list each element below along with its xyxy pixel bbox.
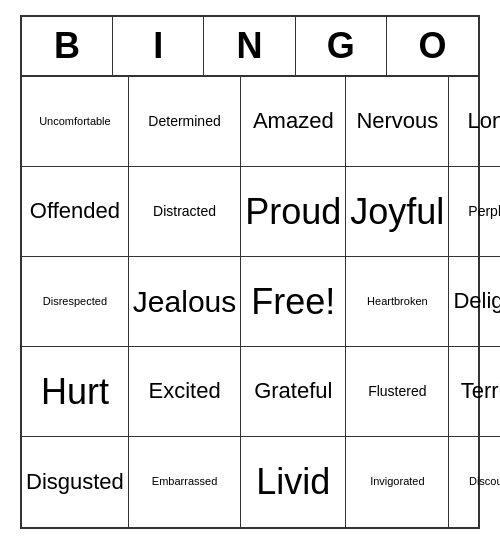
bingo-cell-23[interactable]: Invigorated <box>346 437 449 527</box>
bingo-cell-19[interactable]: Terrified <box>449 347 500 437</box>
bingo-cell-5[interactable]: Offended <box>22 167 129 257</box>
bingo-cell-15[interactable]: Hurt <box>22 347 129 437</box>
cell-label: Joyful <box>350 190 444 233</box>
cell-label: Grateful <box>254 378 332 404</box>
cell-label: Disgusted <box>26 469 124 495</box>
bingo-cell-3[interactable]: Nervous <box>346 77 449 167</box>
bingo-cell-24[interactable]: Discouraged <box>449 437 500 527</box>
bingo-grid: UncomfortableDeterminedAmazedNervousLone… <box>22 77 478 527</box>
bingo-cell-6[interactable]: Distracted <box>129 167 241 257</box>
bingo-cell-13[interactable]: Heartbroken <box>346 257 449 347</box>
header-letter-n: N <box>204 17 295 75</box>
bingo-cell-4[interactable]: Lonely <box>449 77 500 167</box>
cell-label: Jealous <box>133 284 236 320</box>
bingo-header: BINGO <box>22 17 478 77</box>
header-letter-b: B <box>22 17 113 75</box>
bingo-cell-10[interactable]: Disrespected <box>22 257 129 347</box>
bingo-cell-16[interactable]: Excited <box>129 347 241 437</box>
bingo-cell-22[interactable]: Livid <box>241 437 346 527</box>
cell-label: Flustered <box>368 383 426 400</box>
cell-label: Embarrassed <box>152 475 217 488</box>
cell-label: Amazed <box>253 108 334 134</box>
cell-label: Distracted <box>153 203 216 220</box>
cell-label: Delighted <box>453 288 500 314</box>
bingo-cell-12[interactable]: Free! <box>241 257 346 347</box>
bingo-cell-7[interactable]: Proud <box>241 167 346 257</box>
cell-label: Nervous <box>356 108 438 134</box>
cell-label: Discouraged <box>469 475 500 488</box>
cell-label: Hurt <box>41 370 109 413</box>
cell-label: Terrified <box>461 378 500 404</box>
header-letter-i: I <box>113 17 204 75</box>
bingo-cell-20[interactable]: Disgusted <box>22 437 129 527</box>
cell-label: Lonely <box>467 108 500 134</box>
bingo-card: BINGO UncomfortableDeterminedAmazedNervo… <box>20 15 480 529</box>
bingo-cell-1[interactable]: Determined <box>129 77 241 167</box>
cell-label: Offended <box>30 198 120 224</box>
header-letter-o: O <box>387 17 478 75</box>
bingo-cell-8[interactable]: Joyful <box>346 167 449 257</box>
bingo-cell-17[interactable]: Grateful <box>241 347 346 437</box>
bingo-cell-11[interactable]: Jealous <box>129 257 241 347</box>
cell-label: Free! <box>251 280 335 323</box>
bingo-cell-0[interactable]: Uncomfortable <box>22 77 129 167</box>
header-letter-g: G <box>296 17 387 75</box>
cell-label: Proud <box>245 190 341 233</box>
cell-label: Perplexed <box>468 203 500 220</box>
cell-label: Excited <box>148 378 220 404</box>
cell-label: Invigorated <box>370 475 424 488</box>
cell-label: Livid <box>256 460 330 503</box>
cell-label: Uncomfortable <box>39 115 111 128</box>
bingo-cell-14[interactable]: Delighted <box>449 257 500 347</box>
bingo-cell-2[interactable]: Amazed <box>241 77 346 167</box>
cell-label: Determined <box>148 113 220 130</box>
bingo-cell-21[interactable]: Embarrassed <box>129 437 241 527</box>
bingo-cell-9[interactable]: Perplexed <box>449 167 500 257</box>
cell-label: Heartbroken <box>367 295 428 308</box>
cell-label: Disrespected <box>43 295 107 308</box>
bingo-cell-18[interactable]: Flustered <box>346 347 449 437</box>
